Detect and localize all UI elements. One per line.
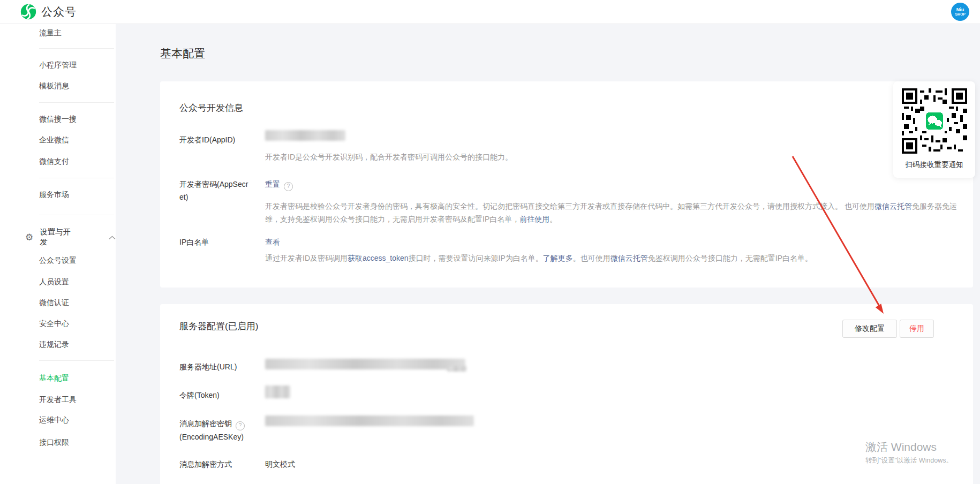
sidebar-item-miniprogram[interactable]: 小程序管理 [39, 59, 77, 70]
appid-redacted-value [265, 130, 345, 141]
sidebar-item-basic-config[interactable]: 基本配置 [39, 373, 69, 383]
help-icon[interactable]: ? [236, 421, 245, 430]
account-avatar-badge[interactable]: Niu SHOP [951, 3, 969, 21]
sidebar-divider [39, 102, 114, 103]
sidebar-divider [39, 215, 114, 215]
sidebar-divider [39, 48, 114, 49]
ip-desc-text: 免鉴权调用公众号接口能力，无需配置IP白名单。 [648, 254, 812, 262]
sidebar-group-label: 设置与开发 [40, 227, 71, 247]
server-config-section-title: 服务器配置(已启用) [179, 320, 258, 332]
server-url-redacted-value [265, 359, 465, 369]
appsecret-reset-link[interactable]: 重置 [265, 180, 280, 188]
chevron-up-icon [109, 233, 116, 241]
sidebar-item-service-market[interactable]: 服务市场 [39, 189, 69, 200]
qr-notice-panel: 扫码接收重要通知 [893, 81, 975, 178]
sidebar-item-violation-records[interactable]: 违规记录 [39, 339, 69, 350]
ip-view-link[interactable]: 查看 [265, 238, 280, 246]
token-redacted-value [265, 385, 290, 398]
sidebar-divider [39, 360, 114, 361]
sidebar-item-staff-settings[interactable]: 人员设置 [39, 276, 69, 287]
ip-whitelist-description: 通过开发者ID及密码调用获取access_token接口时，需要设置访问来源IP… [265, 252, 812, 264]
sidebar-item-wechat-verification[interactable]: 微信认证 [39, 297, 69, 308]
server-url-label: 服务器地址(URL) [179, 360, 251, 373]
qr-code [902, 88, 967, 156]
sidebar-group-settings-dev[interactable]: ⚙ 设置与开发 [25, 227, 116, 247]
appsecret-label: 开发者密码(AppSecret) [179, 178, 251, 203]
sidebar-item-wechat-search[interactable]: 微信搜一搜 [39, 114, 77, 124]
sidebar-item-work-wechat[interactable]: 企业微信 [39, 134, 69, 145]
cloud-hosting-link[interactable]: 微信云托管 [610, 254, 648, 262]
appid-label: 开发者ID(AppID) [179, 133, 251, 146]
app-logo[interactable]: 公众号 [20, 4, 77, 20]
sidebar-item-dev-tools[interactable]: 开发者工具 [39, 394, 77, 405]
ip-desc-text: 。也可使用 [573, 254, 610, 262]
disable-button[interactable]: 停用 [900, 320, 934, 338]
modify-config-button[interactable]: 修改配置 [842, 320, 897, 338]
ip-desc-text: 通过开发者ID及密码调用 [265, 254, 348, 262]
wechat-official-logo-icon [20, 4, 36, 20]
app-title: 公众号 [41, 4, 77, 19]
sidebar-item-security-center[interactable]: 安全中心 [39, 318, 69, 329]
ip-whitelist-label: IP白名单 [179, 236, 251, 248]
aeskey-redacted-value [265, 415, 474, 426]
appsecret-value: 重置? [265, 178, 293, 191]
aeskey-label-line2: (EncodingAESKey) [179, 433, 244, 441]
help-icon[interactable]: ? [284, 182, 293, 191]
badge-text-line2: SHOP [955, 12, 965, 16]
appid-description: 开发者ID是公众号开发识别码，配合开发者密码可调用公众号的接口能力。 [265, 150, 512, 163]
server-config-card: 服务器配置(已启用) 修改配置 停用 服务器地址(URL) 令牌(Token) … [160, 304, 973, 484]
encrypt-mode-value: 明文模式 [265, 458, 295, 471]
appsecret-description: 开发者密码是校验公众号开发者身份的密码，具有极高的安全性。切记勿把密码直接交给第… [265, 200, 960, 225]
encrypt-mode-label: 消息加解密方式 [179, 458, 251, 471]
sidebar-item-template-message[interactable]: 模板消息 [39, 80, 69, 91]
wechat-icon [925, 112, 943, 130]
page-title: 基本配置 [160, 46, 205, 61]
token-label: 令牌(Token) [179, 389, 251, 402]
learn-more-link[interactable]: 了解更多 [543, 254, 573, 262]
badge-text-line1: Niu [956, 7, 964, 12]
ip-whitelist-value: 查看 [265, 236, 280, 248]
sidebar-item-ops-center[interactable]: 运维中心 [39, 414, 69, 425]
dev-info-section-title: 公众号开发信息 [179, 102, 243, 114]
sidebar-item-wechat-pay[interactable]: 微信支付 [39, 156, 69, 167]
top-header: 公众号 Niu SHOP [0, 0, 980, 24]
gear-icon: ⚙ [25, 233, 33, 242]
sidebar-item-api-permission[interactable]: 接口权限 [39, 437, 69, 448]
appsecret-desc-text: 开发者密码是校验公众号开发者身份的密码，具有极高的安全性。切记勿把密码直接交给第… [265, 202, 875, 210]
sidebar-divider [39, 178, 114, 178]
server-url-redacted-tail [447, 366, 466, 372]
go-use-link[interactable]: 前往使用 [519, 215, 549, 223]
ip-desc-text: 接口时，需要设置访问来源IP为白名单。 [409, 254, 543, 262]
dev-info-card: 公众号开发信息 开发者ID(AppID) 开发者ID是公众号开发识别码，配合开发… [160, 81, 973, 288]
sidebar-item-traffic[interactable]: 流量主 [39, 27, 62, 38]
cloud-hosting-link[interactable]: 微信云托管 [875, 202, 912, 210]
sidebar: 流量主 小程序管理 模板消息 微信搜一搜 企业微信 微信支付 服务市场 ⚙ 设置… [0, 24, 116, 484]
appsecret-desc-text: 。 [549, 215, 557, 223]
qr-caption: 扫码接收重要通知 [906, 160, 963, 170]
sidebar-item-account-settings[interactable]: 公众号设置 [39, 255, 77, 266]
access-token-link[interactable]: 获取access_token [348, 254, 409, 262]
aeskey-label: 消息加解密密钥? (EncodingAESKey) [179, 417, 251, 443]
aeskey-label-line1: 消息加解密密钥 [179, 419, 232, 428]
